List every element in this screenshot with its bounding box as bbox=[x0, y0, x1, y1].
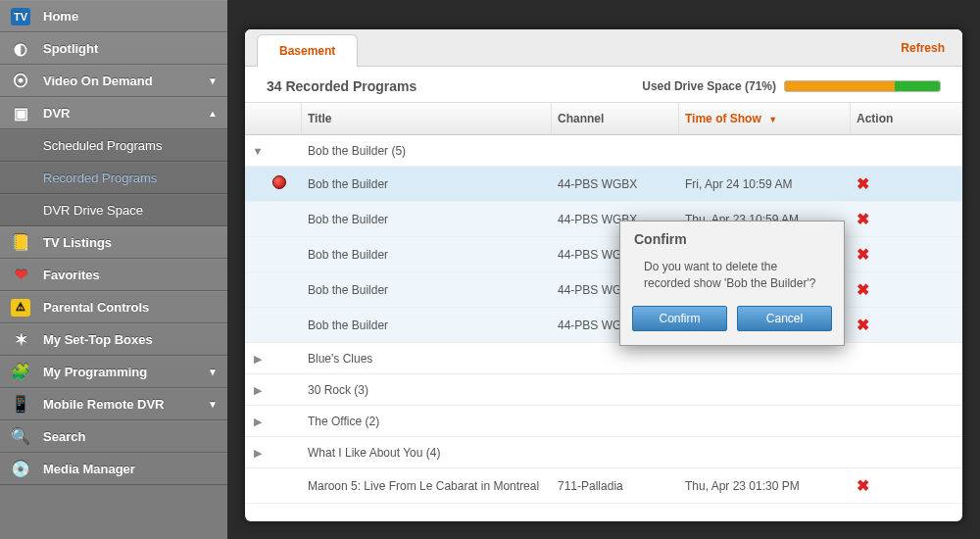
row-action bbox=[851, 382, 919, 398]
row-channel bbox=[552, 351, 679, 367]
col-time[interactable]: Time of Show ▼ bbox=[679, 103, 851, 134]
row-title: Maroon 5: Live From Le Cabarat in Montre… bbox=[302, 471, 552, 501]
col-expand bbox=[245, 103, 302, 134]
row-action: ✖ bbox=[851, 167, 919, 201]
expand-toggle bbox=[245, 471, 302, 501]
delete-button[interactable]: ✖ bbox=[857, 175, 869, 192]
row-action bbox=[851, 143, 919, 159]
sidebar-item-label: Video On Demand bbox=[43, 74, 153, 88]
tab-row: Basement Refresh bbox=[245, 29, 962, 67]
sidebar-item-label: DVR bbox=[43, 106, 70, 121]
delete-button[interactable]: ✖ bbox=[857, 211, 869, 227]
vod-icon: ⦿ bbox=[10, 71, 31, 92]
expand-toggle[interactable]: ▼ bbox=[245, 136, 302, 166]
sort-desc-icon: ▼ bbox=[768, 115, 777, 124]
sidebar-item-home[interactable]: TVHome bbox=[0, 0, 227, 32]
row-title: The Office (2) bbox=[302, 407, 552, 436]
table-row[interactable]: Bob the Builder44-PBS WGBXTue, Apr 21 10… bbox=[245, 272, 962, 308]
col-action[interactable]: Action bbox=[851, 103, 919, 134]
sidebar-item-parental-controls[interactable]: ⚠Parental Controls bbox=[0, 291, 227, 323]
sidebar: TVHome◐Spotlight⦿Video On Demand▼▣DVR▲Sc… bbox=[0, 0, 227, 539]
content-area: Basement Refresh 34 Recorded Programs Us… bbox=[227, 0, 980, 539]
row-action: ✖ bbox=[851, 237, 919, 271]
spotlight-icon: ◐ bbox=[10, 38, 31, 60]
sidebar-item-label: Parental Controls bbox=[43, 300, 149, 315]
table-row[interactable]: ▶What I Like About You (4) bbox=[245, 437, 962, 468]
expand-toggle[interactable]: ▶ bbox=[245, 344, 302, 373]
delete-button[interactable]: ✖ bbox=[857, 246, 869, 263]
sidebar-item-search[interactable]: 🔍Search bbox=[0, 420, 227, 453]
sidebar-subitem-scheduled-programs[interactable]: Scheduled Programs bbox=[0, 129, 227, 162]
sidebar-item-my-set-top-boxes[interactable]: ✶My Set-Top Boxes bbox=[0, 323, 227, 356]
row-title: Bob the Builder bbox=[302, 311, 552, 340]
favorites-icon: ❤ bbox=[10, 265, 31, 286]
row-title: Bob the Builder bbox=[302, 240, 552, 270]
sidebar-item-dvr[interactable]: ▣DVR▲ bbox=[0, 97, 227, 129]
table-row[interactable]: Maroon 5: Live From Le Cabarat in Montre… bbox=[245, 468, 962, 504]
table-row[interactable]: ▶Olivia (5) bbox=[245, 504, 962, 508]
delete-button[interactable]: ✖ bbox=[857, 317, 869, 333]
table-row[interactable]: ▼Bob the Builder (5) bbox=[245, 135, 962, 167]
expand-toggle[interactable]: ▶ bbox=[245, 407, 302, 436]
sidebar-item-media-manager[interactable]: 💿Media Manager bbox=[0, 453, 227, 485]
row-indicator bbox=[245, 205, 302, 234]
stb-icon: ✶ bbox=[10, 329, 31, 351]
delete-button[interactable]: ✖ bbox=[857, 281, 869, 298]
table-row[interactable]: Bob the Builder44-PBS WGBXWed, Apr 22 10… bbox=[245, 237, 962, 272]
table-row[interactable]: Bob the Builder44-PBS WGBXFri, Apr 24 10… bbox=[245, 167, 962, 202]
row-time: Thu, Apr 23 01:30 PM bbox=[679, 471, 851, 501]
sidebar-subitem-dvr-drive-space[interactable]: DVR Drive Space bbox=[0, 194, 227, 226]
expand-toggle[interactable]: ▶ bbox=[245, 505, 302, 509]
row-channel bbox=[552, 414, 679, 429]
parental-icon: ⚠ bbox=[10, 297, 31, 318]
sidebar-item-label: My Programming bbox=[43, 365, 147, 379]
table-row[interactable]: ▶Blue's Clues bbox=[245, 343, 962, 374]
row-title: Bob the Builder bbox=[302, 275, 552, 305]
dialog-buttons: Confirm Cancel bbox=[620, 302, 844, 345]
sidebar-item-label: Search bbox=[43, 429, 85, 444]
row-indicator bbox=[245, 311, 302, 340]
row-action: ✖ bbox=[851, 272, 919, 307]
table-row[interactable]: Bob the Builder44-PBS WGBXMon, Apr 20 10… bbox=[245, 308, 962, 343]
expand-toggle[interactable]: ▶ bbox=[245, 438, 302, 467]
sidebar-item-tv-listings[interactable]: 📒TV Listings bbox=[0, 226, 227, 259]
dialog-body: Do you want to delete the recorded show … bbox=[620, 253, 844, 302]
row-action: ✖ bbox=[851, 468, 919, 503]
table-row[interactable]: Bob the Builder44-PBS WGBXThu, Apr 23 10… bbox=[245, 202, 962, 237]
delete-button[interactable]: ✖ bbox=[857, 477, 869, 494]
table-row[interactable]: ▶The Office (2) bbox=[245, 406, 962, 437]
sidebar-item-label: Favorites bbox=[43, 268, 100, 282]
chevron-up-icon: ▲ bbox=[208, 108, 218, 119]
col-title[interactable]: Title bbox=[302, 103, 552, 134]
table-header: Title Channel Time of Show ▼ Action bbox=[245, 102, 962, 135]
tab-basement[interactable]: Basement bbox=[257, 34, 358, 67]
sidebar-item-mobile-remote-dvr[interactable]: 📱Mobile Remote DVR▼ bbox=[0, 388, 227, 420]
row-action: ✖ bbox=[851, 202, 919, 236]
expand-toggle[interactable]: ▶ bbox=[245, 375, 302, 405]
col-channel[interactable]: Channel bbox=[552, 103, 679, 134]
sidebar-item-my-programming[interactable]: 🧩My Programming▼ bbox=[0, 356, 227, 388]
table-body[interactable]: ▼Bob the Builder (5)Bob the Builder44-PB… bbox=[245, 135, 962, 508]
sidebar-item-video-on-demand[interactable]: ⦿Video On Demand▼ bbox=[0, 65, 227, 97]
col-time-label: Time of Show bbox=[685, 112, 761, 125]
sidebar-subitem-recorded-programs[interactable]: Recorded Programs bbox=[0, 162, 227, 194]
row-time bbox=[679, 382, 851, 398]
row-indicator bbox=[245, 168, 302, 200]
row-title: Bob the Builder (5) bbox=[302, 136, 552, 166]
row-action bbox=[851, 351, 919, 367]
chevron-down-icon: ▼ bbox=[208, 75, 218, 86]
sidebar-item-label: Spotlight bbox=[43, 41, 98, 56]
row-title: Olivia (5) bbox=[302, 505, 552, 509]
row-channel: 44-PBS WGBX bbox=[552, 170, 679, 199]
row-time bbox=[679, 143, 851, 159]
sidebar-item-label: Mobile Remote DVR bbox=[43, 397, 165, 412]
row-title: Bob the Builder bbox=[302, 205, 552, 234]
sidebar-item-spotlight[interactable]: ◐Spotlight bbox=[0, 32, 227, 65]
confirm-button[interactable]: Confirm bbox=[632, 306, 727, 331]
table-row[interactable]: ▶30 Rock (3) bbox=[245, 374, 962, 406]
sidebar-item-favorites[interactable]: ❤Favorites bbox=[0, 259, 227, 291]
cancel-button[interactable]: Cancel bbox=[737, 306, 832, 331]
row-indicator bbox=[245, 275, 302, 305]
drive-space-label: Used Drive Space (71%) bbox=[642, 79, 776, 93]
refresh-link[interactable]: Refresh bbox=[901, 41, 945, 55]
